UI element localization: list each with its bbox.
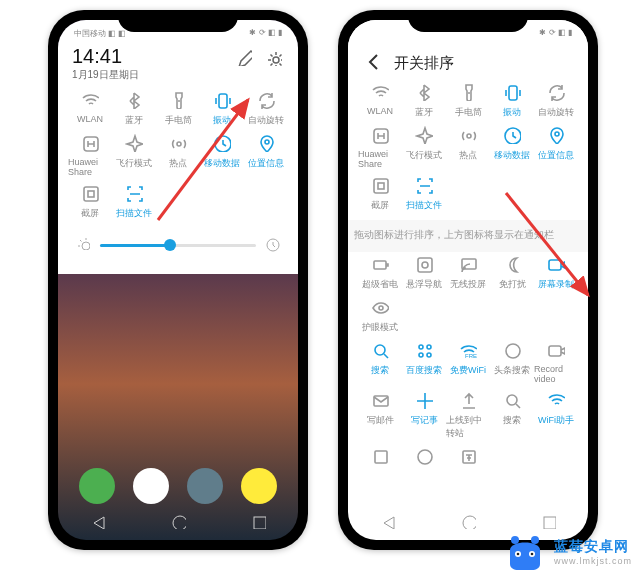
tile-label: 写记事: [411, 414, 438, 427]
tile-freewifi[interactable]: 免费WiFi: [446, 340, 490, 384]
app-contacts[interactable]: [133, 468, 169, 504]
tile-dnd[interactable]: 免打扰: [490, 254, 534, 291]
settings-icon[interactable]: [266, 50, 282, 66]
tile-label: 移动数据: [494, 149, 530, 162]
freewifi-icon: [458, 340, 478, 360]
tile-label: 热点: [459, 149, 477, 162]
floatnav-icon: [414, 254, 434, 274]
tile-box[interactable]: [358, 446, 402, 470]
tiles-row-3: 截屏扫描文件: [68, 183, 288, 226]
tile-label: 写邮件: [367, 414, 394, 427]
data-icon: [502, 125, 522, 145]
tile-label: 位置信息: [248, 157, 284, 170]
tile-upload[interactable]: 上线到中转站: [446, 390, 490, 440]
hotspot-icon: [458, 125, 478, 145]
page-title: 开关排序: [394, 54, 454, 73]
search-icon: [370, 340, 390, 360]
tile-screenshot[interactable]: 截屏: [358, 175, 402, 212]
tile-data[interactable]: 移动数据: [200, 133, 244, 177]
nav-recent[interactable]: [250, 513, 266, 533]
page-header: 开关排序: [358, 42, 578, 82]
tile-plane[interactable]: 飞行模式: [402, 125, 446, 169]
money-icon: [458, 446, 478, 466]
watermark-url: www.lmkjst.com: [554, 556, 632, 566]
quick-settings-panel: 中国移动 ◧ ◧ ✱ ⟳ ◧ ▮ 14:41 1月19日星期日 WLAN蓝牙手电…: [58, 20, 298, 274]
nav-home[interactable]: [170, 513, 186, 533]
data-icon: [212, 133, 232, 153]
tile-bluetooth[interactable]: 蓝牙: [402, 82, 446, 119]
tile-torch[interactable]: 手电筒: [156, 90, 200, 127]
tile-hshare[interactable]: Huawei Share: [68, 133, 112, 177]
screen-right: ✱ ⟳ ◧ ▮ 开关排序 WLAN蓝牙手电筒振动自动旋转 Huawei Shar…: [348, 20, 588, 540]
tile-wifi[interactable]: WLAN: [358, 82, 402, 119]
app-camera[interactable]: [241, 468, 277, 504]
tiles-row-6: 搜索百度搜索免费WiFi头条搜索Record video: [358, 340, 578, 390]
notch: [408, 10, 528, 32]
tile-scan[interactable]: 扫描文件: [402, 175, 446, 212]
tile-data[interactable]: 移动数据: [490, 125, 534, 169]
tile-note[interactable]: 写记事: [402, 390, 446, 440]
tile-vibrate[interactable]: 振动: [490, 82, 534, 119]
edit-icon[interactable]: [236, 50, 252, 66]
wifi-icon: [80, 90, 100, 110]
tile-hshare[interactable]: Huawei Share: [358, 125, 402, 169]
tile-label: 飞行模式: [116, 157, 152, 170]
tile-location[interactable]: 位置信息: [244, 133, 288, 177]
svg-point-33: [511, 536, 519, 544]
tiles-row-3: 截屏扫描文件: [358, 175, 578, 218]
torch-icon: [168, 90, 188, 110]
tile-rec2[interactable]: Record video: [534, 340, 578, 384]
nav-back[interactable]: [90, 513, 106, 533]
tile-screenshot[interactable]: 截屏: [68, 183, 112, 220]
tile-label: 百度搜索: [406, 364, 442, 377]
slider-track[interactable]: [100, 244, 256, 247]
tile-search[interactable]: 搜索: [358, 340, 402, 384]
tiles-row-1: WLAN蓝牙手电筒振动自动旋转: [358, 82, 578, 125]
nav-recent[interactable]: [540, 513, 556, 533]
tile-cast[interactable]: 无线投屏: [446, 254, 490, 291]
tile-bluetooth[interactable]: 蓝牙: [112, 90, 156, 127]
scan-icon: [414, 175, 434, 195]
tile-label: 移动数据: [204, 157, 240, 170]
tile-hotspot[interactable]: 热点: [156, 133, 200, 177]
tile-label: 振动: [503, 106, 521, 119]
baidu-icon: [414, 340, 434, 360]
upload-icon: [458, 390, 478, 410]
tile-label: WLAN: [77, 114, 103, 124]
tile-search2[interactable]: 搜索: [490, 390, 534, 440]
tile-label: 振动: [213, 114, 231, 127]
tile-plane[interactable]: 飞行模式: [112, 133, 156, 177]
back-button[interactable]: [364, 52, 382, 74]
tile-battery[interactable]: 超级省电: [358, 254, 402, 291]
search2-icon: [502, 390, 522, 410]
tile-record[interactable]: 屏幕录制: [534, 254, 578, 291]
tile-hotspot[interactable]: 热点: [446, 125, 490, 169]
tile-toutiao[interactable]: 头条搜索: [490, 340, 534, 384]
app-browser[interactable]: [187, 468, 223, 504]
sort-panel: ✱ ⟳ ◧ ▮ 开关排序 WLAN蓝牙手电筒振动自动旋转 Huawei Shar…: [348, 20, 588, 476]
app-phone[interactable]: [79, 468, 115, 504]
tile-wifihelper[interactable]: WiFi助手: [534, 390, 578, 440]
tile-location[interactable]: 位置信息: [534, 125, 578, 169]
tile-label: 自动旋转: [248, 114, 284, 127]
tile-floatnav[interactable]: 悬浮导航: [402, 254, 446, 291]
watermark: 蓝莓安卓网 www.lmkjst.com: [502, 532, 632, 572]
tiles-row-1: WLAN蓝牙手电筒振动自动旋转: [68, 90, 288, 133]
tile-eye[interactable]: 护眼模式: [358, 297, 402, 334]
auto-brightness-toggle[interactable]: [266, 238, 280, 252]
tile-vibrate[interactable]: 振动: [200, 90, 244, 127]
nav-back[interactable]: [380, 513, 396, 533]
tile-money[interactable]: [446, 446, 490, 470]
tile-rotate[interactable]: 自动旋转: [244, 90, 288, 127]
note-icon: [414, 390, 434, 410]
nav-home[interactable]: [460, 513, 476, 533]
tile-wifi[interactable]: WLAN: [68, 90, 112, 127]
tile-circle[interactable]: [402, 446, 446, 470]
tile-scan[interactable]: 扫描文件: [112, 183, 156, 220]
tile-rotate[interactable]: 自动旋转: [534, 82, 578, 119]
tile-torch[interactable]: 手电筒: [446, 82, 490, 119]
tile-baidu[interactable]: 百度搜索: [402, 340, 446, 384]
tile-label: WLAN: [367, 106, 393, 116]
brightness-slider[interactable]: [68, 226, 288, 264]
tile-mail[interactable]: 写邮件: [358, 390, 402, 440]
